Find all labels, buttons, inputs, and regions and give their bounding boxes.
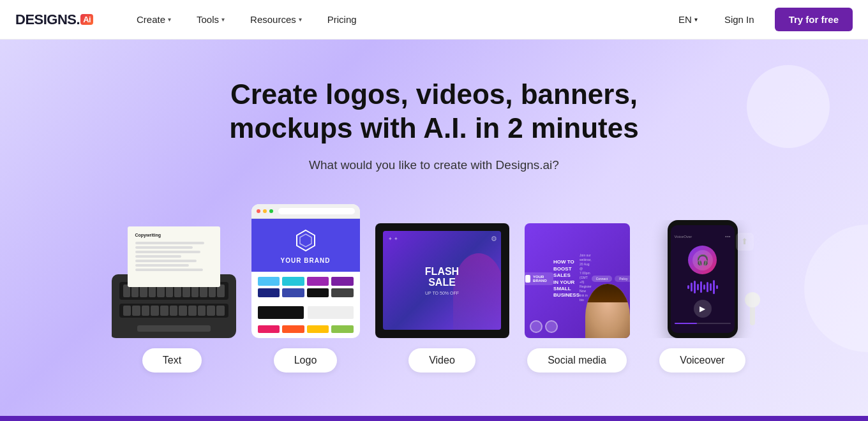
wave-bar [716,285,718,289]
social-sub-text: Join our webinar, 20 Aug @ 7.00pm (GMT +… [580,253,592,302]
phone-screen: VoiceOver ••• 🎧 [671,225,735,333]
card-social: YOUR BRAND HOW TO BOOST SALESIN YOUR SMA… [525,223,630,373]
app-title: VoiceOver [675,235,692,239]
logo-colors-2 [251,325,360,338]
video-card-image: ⚙ FLASHSALE UP TO 50% OFF ✦ ✦ [375,223,509,338]
lang-chevron-icon: ▾ [694,16,698,23]
wave-bar [694,281,696,293]
nav-tools[interactable]: Tools ▾ [185,9,236,30]
resources-chevron-icon: ▾ [299,16,302,23]
swatch-4 [331,277,354,286]
progress-fill [675,323,697,324]
settings-icon: ⚙ [491,235,497,243]
wave-bar [687,285,689,289]
paper-line [135,269,203,271]
video-inner-content: ⚙ FLASHSALE UP TO 50% OFF ✦ ✦ [383,231,501,330]
paper-line [135,251,201,253]
wave-bar [700,281,702,293]
social-brand-bar: YOUR BRAND [525,272,554,285]
headphone-icon: 🎧 [696,254,709,266]
logo-preview-bg: YOUR BRAND [251,219,360,272]
hero-section: Create logos, videos, banners, mockups w… [0,40,868,416]
airpod-stem [750,307,755,325]
wave-bar [710,283,712,291]
swatch-3 [307,277,329,286]
circle-2 [545,320,558,333]
circle-1 [530,320,542,333]
swatch-6 [282,288,304,297]
phone-mockup: VoiceOver ••• 🎧 [668,220,738,338]
logo-brand-name: YOUR BRAND [281,257,331,264]
vr-silhouette [453,253,501,330]
swatch-7 [307,288,329,297]
progress-track [675,323,731,324]
font-block-dark [258,306,304,319]
app-header: VoiceOver ••• [675,233,731,239]
share-icon: ⬆ [736,233,754,251]
try-free-button[interactable]: Try for free [775,8,853,31]
wave-bar [713,280,715,294]
text-label[interactable]: Text [142,348,202,373]
tag-policy: Policy [615,276,629,282]
logo-label[interactable]: Logo [274,348,338,373]
social-logo-text: YOUR BRAND [533,275,550,283]
play-button: ▶ [694,300,712,318]
paper-line [135,255,182,258]
voiceover-card-image: ⬆ VoiceOver ••• 🎧 [645,220,760,338]
social-card-image: YOUR BRAND HOW TO BOOST SALESIN YOUR SMA… [525,223,630,338]
waveform [687,279,718,295]
logo-ai-text: Ai [83,15,91,24]
social-face [585,284,630,338]
card-video: ⚙ FLASHSALE UP TO 50% OFF ✦ ✦ Video [375,223,509,373]
paper-line [135,260,197,262]
social-label[interactable]: Social media [527,348,627,373]
font-block-light [308,306,354,319]
wave-bar [703,284,705,290]
brand-logo[interactable]: DESIGNS. Ai [15,11,105,28]
nav-pricing[interactable]: Pricing [316,9,368,30]
paper-line [135,246,193,249]
nav-create[interactable]: Create ▾ [125,9,183,30]
hero-title: Create logos, videos, banners, mockups w… [172,78,696,145]
swatch-9 [258,325,280,333]
logo-text-designs: DESIGNS. [15,11,80,28]
social-tags: Connect Policy [592,276,630,282]
logo-card-image: YOUR BRAND [251,204,360,338]
swatch-12 [331,325,354,333]
cards-row: Copywriting [108,204,760,373]
voice-circle-inner: 🎧 [692,250,713,270]
paper-line [135,264,190,267]
star-decoration: ✦ ✦ [388,236,398,242]
swatch-2 [282,277,304,286]
social-logo-mini [525,275,530,283]
language-selector[interactable]: EN ▾ [672,10,704,29]
nav-resources[interactable]: Resources ▾ [239,9,313,30]
swatch-1 [258,277,280,286]
tag-connect: Connect [592,276,613,282]
flash-sale-text: FLASHSALE [425,266,459,288]
logo-color-swatches [251,272,360,302]
wave-bar [707,282,708,292]
navbar: DESIGNS. Ai Create ▾ Tools ▾ Resources ▾… [0,0,868,40]
nav-links: Create ▾ Tools ▾ Resources ▾ Pricing [125,9,672,30]
hair [585,284,630,303]
voiceover-label[interactable]: Voiceover [659,348,745,373]
wave-bar [691,283,692,292]
social-face-inner [585,284,630,338]
video-label[interactable]: Video [408,348,475,373]
logo-font-area [251,302,360,325]
swatch-10 [282,325,304,333]
flash-sub-text: UP TO 50% OFF [425,291,459,295]
wave-bar [697,284,699,290]
airpod-right [745,292,760,325]
social-headline: HOW TO BOOST SALESIN YOUR SMALL BUSINESS [553,259,580,299]
paper: Copywriting [128,226,220,287]
hero-subtitle: What would you like to create with Desig… [309,158,559,172]
vr-person [453,253,501,330]
menu-dots: ••• [725,233,730,239]
svg-marker-1 [300,234,311,247]
create-chevron-icon: ▾ [168,16,171,23]
browser-bar [251,204,360,219]
sign-in-link[interactable]: Sign In [714,10,765,29]
hexagon-logo-icon [294,229,317,252]
